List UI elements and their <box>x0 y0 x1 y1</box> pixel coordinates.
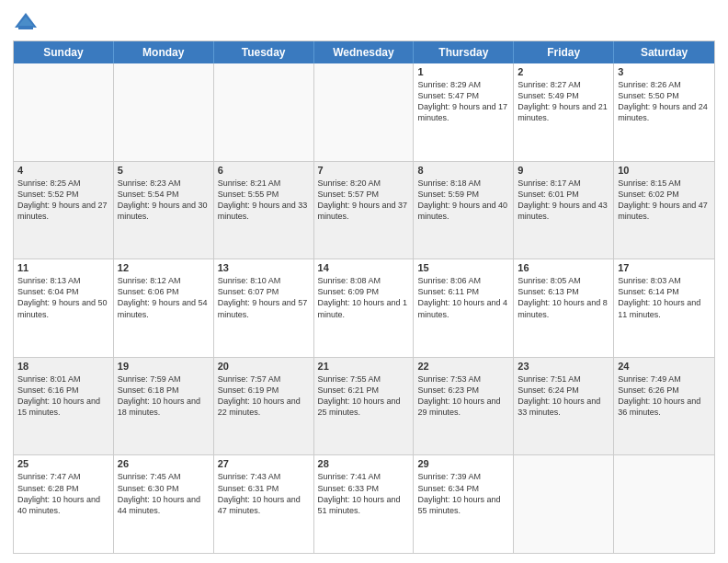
day-number: 18 <box>17 361 109 372</box>
cal-header-sunday: Sunday <box>14 41 114 63</box>
cal-cell-r3-c6: 24Sunrise: 7:49 AM Sunset: 6:26 PM Dayli… <box>614 358 714 455</box>
cell-info: Sunrise: 8:03 AM Sunset: 6:14 PM Dayligh… <box>618 275 711 320</box>
day-number: 25 <box>17 458 109 469</box>
cal-cell-r1-c2: 6Sunrise: 8:21 AM Sunset: 5:55 PM Daylig… <box>214 162 314 259</box>
cal-cell-r2-c6: 17Sunrise: 8:03 AM Sunset: 6:14 PM Dayli… <box>614 259 714 357</box>
day-number: 13 <box>218 262 310 273</box>
day-number: 16 <box>518 262 609 273</box>
cell-info: Sunrise: 8:27 AM Sunset: 5:49 PM Dayligh… <box>518 79 609 124</box>
cal-cell-r3-c3: 21Sunrise: 7:55 AM Sunset: 6:21 PM Dayli… <box>314 358 415 455</box>
cal-cell-r4-c1: 26Sunrise: 7:45 AM Sunset: 6:30 PM Dayli… <box>114 455 214 553</box>
cal-row-3: 18Sunrise: 8:01 AM Sunset: 6:16 PM Dayli… <box>14 358 714 456</box>
day-number: 2 <box>518 66 609 77</box>
cell-info: Sunrise: 8:23 AM Sunset: 5:54 PM Dayligh… <box>118 178 210 223</box>
day-number: 6 <box>218 165 310 176</box>
cal-cell-r0-c3 <box>314 63 415 161</box>
svg-rect-2 <box>18 26 33 29</box>
cal-header-friday: Friday <box>514 41 614 63</box>
cell-info: Sunrise: 7:43 AM Sunset: 6:31 PM Dayligh… <box>218 471 310 516</box>
day-number: 8 <box>417 165 509 176</box>
cell-info: Sunrise: 8:29 AM Sunset: 5:47 PM Dayligh… <box>417 79 509 124</box>
cal-cell-r1-c6: 10Sunrise: 8:15 AM Sunset: 6:02 PM Dayli… <box>614 162 714 259</box>
cal-cell-r2-c5: 16Sunrise: 8:05 AM Sunset: 6:13 PM Dayli… <box>514 259 614 357</box>
cell-info: Sunrise: 7:55 AM Sunset: 6:21 PM Dayligh… <box>318 373 410 419</box>
cell-info: Sunrise: 8:13 AM Sunset: 6:04 PM Dayligh… <box>17 275 109 320</box>
cal-cell-r2-c2: 13Sunrise: 8:10 AM Sunset: 6:07 PM Dayli… <box>214 259 314 357</box>
cell-info: Sunrise: 7:45 AM Sunset: 6:30 PM Dayligh… <box>118 471 210 516</box>
cal-cell-r1-c0: 4Sunrise: 8:25 AM Sunset: 5:52 PM Daylig… <box>14 162 114 259</box>
cal-cell-r3-c5: 23Sunrise: 7:51 AM Sunset: 6:24 PM Dayli… <box>514 358 614 455</box>
calendar-header-row: SundayMondayTuesdayWednesdayThursdayFrid… <box>14 41 714 63</box>
day-number: 24 <box>618 361 711 372</box>
day-number: 23 <box>518 361 609 372</box>
cal-cell-r4-c4: 29Sunrise: 7:39 AM Sunset: 6:34 PM Dayli… <box>414 455 514 553</box>
cal-cell-r3-c1: 19Sunrise: 7:59 AM Sunset: 6:18 PM Dayli… <box>114 358 214 455</box>
cal-header-wednesday: Wednesday <box>314 41 415 63</box>
cell-info: Sunrise: 8:25 AM Sunset: 5:52 PM Dayligh… <box>17 178 109 223</box>
cell-info: Sunrise: 8:15 AM Sunset: 6:02 PM Dayligh… <box>618 178 711 223</box>
cal-row-0: 1Sunrise: 8:29 AM Sunset: 5:47 PM Daylig… <box>14 63 714 162</box>
cal-cell-r3-c4: 22Sunrise: 7:53 AM Sunset: 6:23 PM Dayli… <box>414 358 514 455</box>
cal-header-thursday: Thursday <box>414 41 514 63</box>
cal-cell-r4-c6 <box>614 455 714 553</box>
cal-cell-r1-c4: 8Sunrise: 8:18 AM Sunset: 5:59 PM Daylig… <box>414 162 514 259</box>
cal-cell-r4-c3: 28Sunrise: 7:41 AM Sunset: 6:33 PM Dayli… <box>314 455 415 553</box>
cal-row-2: 11Sunrise: 8:13 AM Sunset: 6:04 PM Dayli… <box>14 259 714 358</box>
cell-info: Sunrise: 7:41 AM Sunset: 6:33 PM Dayligh… <box>318 471 410 516</box>
day-number: 1 <box>417 66 509 77</box>
cell-info: Sunrise: 8:18 AM Sunset: 5:59 PM Dayligh… <box>417 178 509 223</box>
calendar: SundayMondayTuesdayWednesdayThursdayFrid… <box>13 40 715 554</box>
day-number: 9 <box>518 165 609 176</box>
cal-cell-r0-c5: 2Sunrise: 8:27 AM Sunset: 5:49 PM Daylig… <box>514 63 614 161</box>
day-number: 11 <box>17 262 109 273</box>
cal-cell-r3-c0: 18Sunrise: 8:01 AM Sunset: 6:16 PM Dayli… <box>14 358 114 455</box>
cell-info: Sunrise: 7:47 AM Sunset: 6:28 PM Dayligh… <box>17 471 109 516</box>
cell-info: Sunrise: 7:49 AM Sunset: 6:26 PM Dayligh… <box>618 373 711 419</box>
cal-cell-r1-c5: 9Sunrise: 8:17 AM Sunset: 6:01 PM Daylig… <box>514 162 614 259</box>
day-number: 3 <box>618 66 711 77</box>
cell-info: Sunrise: 8:05 AM Sunset: 6:13 PM Dayligh… <box>518 275 609 320</box>
day-number: 5 <box>118 165 210 176</box>
cal-header-tuesday: Tuesday <box>214 41 314 63</box>
day-number: 7 <box>318 165 410 176</box>
cal-row-1: 4Sunrise: 8:25 AM Sunset: 5:52 PM Daylig… <box>14 162 714 260</box>
cell-info: Sunrise: 8:17 AM Sunset: 6:01 PM Dayligh… <box>518 178 609 223</box>
day-number: 21 <box>318 361 410 372</box>
day-number: 28 <box>318 458 410 469</box>
cal-cell-r0-c4: 1Sunrise: 8:29 AM Sunset: 5:47 PM Daylig… <box>414 63 514 161</box>
day-number: 4 <box>17 165 109 176</box>
logo <box>13 9 40 35</box>
logo-icon <box>13 9 39 35</box>
cal-cell-r4-c0: 25Sunrise: 7:47 AM Sunset: 6:28 PM Dayli… <box>14 455 114 553</box>
cell-info: Sunrise: 8:21 AM Sunset: 5:55 PM Dayligh… <box>218 178 310 223</box>
cell-info: Sunrise: 8:01 AM Sunset: 6:16 PM Dayligh… <box>17 373 109 419</box>
cal-cell-r0-c2 <box>214 63 314 161</box>
day-number: 29 <box>417 458 509 469</box>
cal-header-saturday: Saturday <box>614 41 714 63</box>
cal-cell-r1-c3: 7Sunrise: 8:20 AM Sunset: 5:57 PM Daylig… <box>314 162 415 259</box>
cal-cell-r4-c2: 27Sunrise: 7:43 AM Sunset: 6:31 PM Dayli… <box>214 455 314 553</box>
cal-cell-r2-c1: 12Sunrise: 8:12 AM Sunset: 6:06 PM Dayli… <box>114 259 214 357</box>
day-number: 14 <box>318 262 410 273</box>
day-number: 27 <box>218 458 310 469</box>
cal-cell-r0-c0 <box>14 63 114 161</box>
cell-info: Sunrise: 7:39 AM Sunset: 6:34 PM Dayligh… <box>417 471 509 516</box>
cal-header-monday: Monday <box>114 41 214 63</box>
cell-info: Sunrise: 7:53 AM Sunset: 6:23 PM Dayligh… <box>417 373 509 419</box>
day-number: 19 <box>118 361 210 372</box>
day-number: 17 <box>618 262 711 273</box>
cell-info: Sunrise: 7:59 AM Sunset: 6:18 PM Dayligh… <box>118 373 210 419</box>
calendar-body: 1Sunrise: 8:29 AM Sunset: 5:47 PM Daylig… <box>14 63 714 553</box>
cal-cell-r2-c3: 14Sunrise: 8:08 AM Sunset: 6:09 PM Dayli… <box>314 259 415 357</box>
cell-info: Sunrise: 8:10 AM Sunset: 6:07 PM Dayligh… <box>218 275 310 320</box>
cell-info: Sunrise: 8:08 AM Sunset: 6:09 PM Dayligh… <box>318 275 410 320</box>
cal-cell-r1-c1: 5Sunrise: 8:23 AM Sunset: 5:54 PM Daylig… <box>114 162 214 259</box>
cell-info: Sunrise: 8:20 AM Sunset: 5:57 PM Dayligh… <box>318 178 410 223</box>
cell-info: Sunrise: 8:26 AM Sunset: 5:50 PM Dayligh… <box>618 79 711 124</box>
page: SundayMondayTuesdayWednesdayThursdayFrid… <box>0 0 728 563</box>
cell-info: Sunrise: 7:57 AM Sunset: 6:19 PM Dayligh… <box>218 373 310 419</box>
cal-cell-r2-c0: 11Sunrise: 8:13 AM Sunset: 6:04 PM Dayli… <box>14 259 114 357</box>
header <box>13 9 715 35</box>
day-number: 15 <box>417 262 509 273</box>
day-number: 12 <box>118 262 210 273</box>
